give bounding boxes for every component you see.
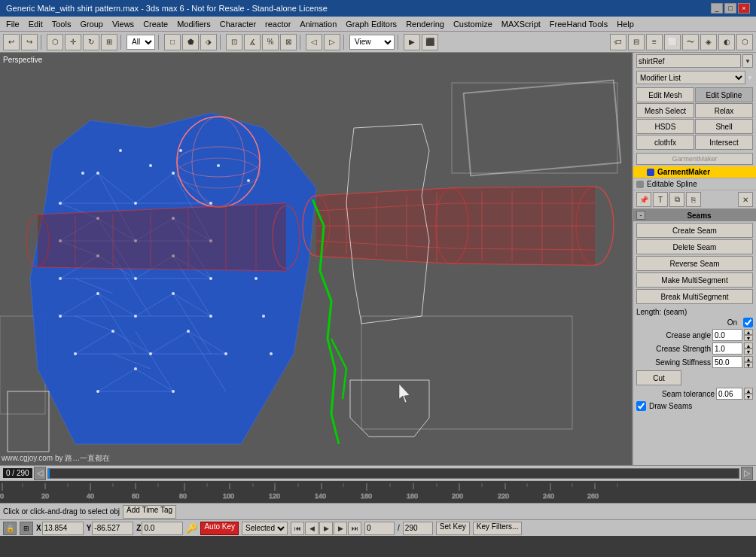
crease-angle-down[interactable]: ▼	[744, 335, 753, 341]
select-button[interactable]: ⬡	[47, 34, 63, 50]
stack-garmentmaker[interactable]: GarmentMaker	[633, 166, 756, 178]
relax-btn[interactable]: Relax	[695, 103, 753, 118]
layer-btn[interactable]: ⬜	[664, 34, 681, 50]
hsds-btn[interactable]: HSDS	[636, 119, 694, 134]
menu-group[interactable]: Group	[75, 18, 108, 30]
seam-tolerance-spinner[interactable]: ▲ ▼	[744, 388, 753, 400]
crease-strength-up[interactable]: ▲	[744, 342, 753, 349]
edit-spline-btn[interactable]: Edit Spline	[695, 87, 753, 102]
frame-number-input[interactable]	[364, 522, 395, 535]
seams-collapse-btn[interactable]: -	[636, 211, 645, 220]
crease-strength-spinner[interactable]: ▲ ▼	[744, 342, 753, 355]
redo-view-btn[interactable]: ▷	[324, 34, 340, 50]
next-frame-btn[interactable]: ▶	[334, 522, 347, 535]
move-button[interactable]: ✛	[65, 34, 81, 50]
minimize-button[interactable]: _	[711, 3, 723, 14]
menu-maxscript[interactable]: MAXScript	[497, 18, 545, 30]
object-name-dropdown[interactable]: ▼	[742, 54, 753, 68]
sewing-stiffness-input[interactable]	[712, 356, 742, 368]
abs-rel-btn[interactable]: ⊞	[20, 522, 33, 535]
edit-mesh-btn[interactable]: Edit Mesh	[636, 87, 694, 102]
undo-button[interactable]: ↩	[3, 34, 20, 50]
redo-button[interactable]: ↪	[21, 34, 38, 50]
menu-edit[interactable]: Edit	[24, 18, 47, 30]
spinner-snap-btn[interactable]: ⊠	[280, 34, 297, 50]
set-key-btn[interactable]: Set Key	[436, 522, 470, 535]
autokey-btn[interactable]: Auto Key	[200, 522, 239, 535]
scrubber-track[interactable]: 0 20 40 60 80 100	[0, 481, 756, 503]
menu-views[interactable]: Views	[108, 18, 139, 30]
selected-select[interactable]: Selected	[242, 522, 288, 535]
mesh-select-btn[interactable]: Mesh Select	[636, 103, 694, 118]
sewing-stiffness-up[interactable]: ▲	[744, 356, 753, 362]
stack-paste-btn[interactable]: ⎘	[686, 192, 701, 207]
select-region-btn[interactable]: □	[164, 34, 181, 50]
modifier-list-arrow[interactable]: ▼	[747, 75, 753, 81]
stack-editable-spline[interactable]: Editable Spline	[633, 178, 756, 190]
sewing-stiffness-spinner[interactable]: ▲ ▼	[744, 356, 753, 368]
prev-frame-btn[interactable]: ◀	[305, 522, 319, 535]
render-scene-btn[interactable]: ▶	[404, 34, 420, 50]
window-cross-btn[interactable]: ⬗	[200, 34, 217, 50]
modifier-list-select[interactable]: Modifier List	[636, 71, 745, 84]
y-input[interactable]	[92, 522, 133, 535]
menu-file[interactable]: File	[2, 18, 24, 30]
menu-graph-editors[interactable]: Graph Editors	[341, 18, 401, 30]
menu-freehand[interactable]: FreeHand Tools	[545, 18, 612, 30]
seam-tolerance-input[interactable]	[716, 388, 742, 400]
intersect-btn[interactable]: Intersect	[695, 135, 753, 150]
undo-view-btn[interactable]: ◁	[306, 34, 322, 50]
frame-back-btn[interactable]: ◁	[34, 467, 46, 480]
menu-character[interactable]: Character	[215, 18, 261, 30]
stack-pin-btn[interactable]: 📌	[636, 192, 651, 207]
menu-rendering[interactable]: Rendering	[401, 18, 449, 30]
material-btn[interactable]: ◐	[718, 34, 735, 50]
menu-modifiers[interactable]: Modifiers	[172, 18, 215, 30]
make-multiseg-btn[interactable]: Make MultiSegment	[636, 272, 753, 288]
break-multiseg-btn[interactable]: Break MultiSegment	[636, 289, 753, 304]
lock-btn[interactable]: 🔒	[3, 522, 17, 535]
viewport[interactable]: Perspective	[0, 53, 632, 465]
create-seam-btn[interactable]: Create Seam	[636, 223, 753, 238]
crease-strength-down[interactable]: ▼	[744, 349, 753, 355]
play-btn[interactable]: ▶	[319, 522, 333, 535]
menu-tools[interactable]: Tools	[47, 18, 76, 30]
stack-delete-btn[interactable]: ✕	[738, 192, 753, 207]
curve-editor-btn[interactable]: 〜	[682, 34, 699, 50]
object-name-input[interactable]	[636, 54, 741, 68]
crease-angle-up[interactable]: ▲	[744, 329, 753, 335]
scale-button[interactable]: ⊞	[101, 34, 117, 50]
on-checkbox[interactable]	[743, 318, 753, 327]
max-frame-input[interactable]	[403, 522, 433, 535]
seam-tolerance-up[interactable]: ▲	[744, 388, 753, 394]
namedsel-btn[interactable]: 🏷	[610, 34, 626, 50]
menu-customize[interactable]: Customize	[449, 18, 497, 30]
menu-create[interactable]: Create	[139, 18, 172, 30]
draw-seams-checkbox[interactable]	[636, 401, 646, 411]
clothfx-btn[interactable]: clothfx	[636, 135, 694, 150]
pct-snap-btn[interactable]: %	[262, 34, 279, 50]
frame-fwd-btn[interactable]: ▷	[741, 467, 753, 480]
angle-snap-btn[interactable]: ∡	[244, 34, 261, 50]
shell-btn[interactable]: Shell	[695, 119, 753, 134]
mirror-btn[interactable]: ⊟	[628, 34, 645, 50]
delete-seam-btn[interactable]: Delete Seam	[636, 239, 753, 254]
render-view-select[interactable]: View	[349, 35, 395, 50]
cut-btn[interactable]: Cut	[636, 370, 681, 385]
seam-tolerance-down[interactable]: ▼	[744, 394, 753, 400]
quick-render-btn[interactable]: ⬛	[422, 34, 438, 50]
render-type-btn[interactable]: ⬡	[736, 34, 753, 50]
goto-start-btn[interactable]: ⏮	[291, 522, 304, 535]
crease-angle-spinner[interactable]: ▲ ▼	[744, 329, 753, 341]
rotate-button[interactable]: ↻	[83, 34, 99, 50]
filter-select[interactable]: All	[127, 35, 155, 50]
add-time-tag-btn[interactable]: Add Time Tag	[123, 505, 176, 519]
select-mode-btn[interactable]: ⬟	[182, 34, 199, 50]
x-input[interactable]	[42, 522, 84, 535]
reverse-seam-btn[interactable]: Reverse Seam	[636, 256, 753, 271]
z-input[interactable]	[142, 522, 183, 535]
menu-reactor[interactable]: reactor	[261, 18, 295, 30]
maximize-button[interactable]: □	[724, 3, 736, 14]
crease-strength-input[interactable]	[712, 342, 742, 355]
schematic-btn[interactable]: ◈	[700, 34, 717, 50]
